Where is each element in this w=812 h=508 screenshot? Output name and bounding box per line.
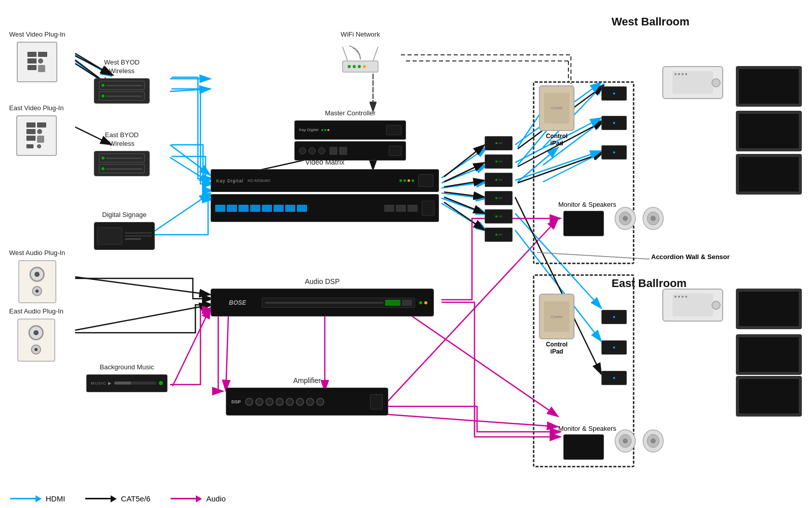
east-byod-wireless-device: East BYODWireless xyxy=(94,131,150,176)
east-control-ipad-device: Control ControliPad xyxy=(539,294,574,355)
master-controller-device: Master Controller Kay Digital xyxy=(294,109,406,161)
east-ipad-box: Control xyxy=(539,294,574,339)
amplifier-device: Amplifier DSP xyxy=(226,376,388,416)
tx-rx-row-5 xyxy=(485,209,513,224)
svg-point-65 xyxy=(623,216,628,221)
west-byod-box xyxy=(94,78,150,104)
svg-line-45 xyxy=(444,192,485,197)
svg-point-61 xyxy=(358,65,361,68)
wifi-router-icon xyxy=(335,42,386,77)
master-controller-box: Kay Digital xyxy=(294,120,406,161)
west-video-plugin-plate xyxy=(17,42,57,82)
west-speaker-2-icon xyxy=(642,206,665,231)
east-monitor-3 xyxy=(736,376,802,417)
audio-dsp-box: BOSE xyxy=(211,289,434,316)
svg-line-29 xyxy=(75,305,211,330)
svg-point-71 xyxy=(623,438,628,443)
svg-point-59 xyxy=(348,65,351,68)
svg-line-57 xyxy=(343,47,348,61)
west-monitor-3 xyxy=(736,154,802,195)
svg-line-5 xyxy=(170,145,211,175)
west-audio-unit xyxy=(563,211,604,236)
legend-hdmi: HDMI xyxy=(10,494,65,503)
east-video-plugin-device: East Video Plug-In xyxy=(9,104,63,156)
legend-cat5e: CAT5e/6 xyxy=(85,494,150,503)
svg-line-58 xyxy=(373,47,378,61)
east-audio-unit xyxy=(563,434,604,460)
svg-line-11 xyxy=(442,147,487,178)
svg-line-12 xyxy=(442,165,487,183)
west-audio-plate xyxy=(18,260,56,303)
svg-point-68 xyxy=(651,216,656,221)
tx-rx-column-west xyxy=(485,136,513,242)
legend: HDMI CAT5e/6 Audio xyxy=(10,494,226,503)
west-ipad-box: Control xyxy=(539,85,574,131)
west-monitor-1 xyxy=(736,66,802,107)
svg-point-60 xyxy=(353,65,356,68)
west-projector-box xyxy=(662,66,723,99)
audio-dsp-device: Audio DSP BOSE xyxy=(211,277,434,316)
west-speaker-1-icon xyxy=(614,206,637,231)
tx-rx-row-1 xyxy=(485,136,513,150)
west-audio-plugin-device: West Audio Plug-In xyxy=(9,249,65,303)
svg-line-15 xyxy=(442,198,487,214)
digital-signage-box xyxy=(94,222,155,250)
svg-line-16 xyxy=(442,203,487,231)
east-video-plugin-plate xyxy=(16,115,57,156)
svg-line-3 xyxy=(170,89,211,91)
east-projector-box xyxy=(662,289,723,322)
east-speakers xyxy=(614,428,665,454)
east-speaker-1-icon xyxy=(614,428,637,454)
west-byod-wireless-device: West BYODWireless xyxy=(94,58,150,104)
diagram-container: West Ballroom East Ballroom West Video P… xyxy=(0,0,812,508)
east-monitor-speakers-label: Monitor & Speakers xyxy=(558,425,616,432)
west-monitor-speakers-label: Monitor & Speakers xyxy=(558,201,616,208)
svg-line-6 xyxy=(170,157,211,183)
legend-audio: Audio xyxy=(171,494,225,503)
svg-line-42 xyxy=(444,145,485,177)
svg-point-62 xyxy=(363,65,366,68)
svg-line-27 xyxy=(173,307,211,386)
east-projector-device xyxy=(662,289,723,322)
video-matrix-device: Video Matrix Kay Digital KD-MS8x8G xyxy=(211,157,439,222)
amplifier-box: DSP xyxy=(226,388,388,416)
svg-line-13 xyxy=(442,182,487,188)
east-audio-plugin-device: East Audio Plug-In xyxy=(9,307,63,362)
west-video-plugin-device: West Video Plug-In xyxy=(9,30,65,82)
west-projector-device xyxy=(662,66,723,99)
video-matrix-box: Kay Digital KD-MS8x8G xyxy=(211,169,439,222)
east-monitor-2 xyxy=(736,334,802,375)
west-speakers xyxy=(614,206,665,231)
east-monitor-1 xyxy=(736,289,802,329)
svg-line-47 xyxy=(444,202,485,230)
tx-rx-row-3 xyxy=(485,173,513,187)
svg-point-74 xyxy=(651,438,656,443)
svg-line-43 xyxy=(444,163,485,182)
west-monitor-2 xyxy=(736,111,802,151)
west-ballroom-title: West Ballroom xyxy=(612,15,690,28)
east-audio-plate xyxy=(17,319,55,362)
east-speaker-2-icon xyxy=(642,428,665,454)
svg-line-14 xyxy=(442,193,487,199)
west-control-ipad-device: Control ControliPad xyxy=(539,85,574,147)
east-byod-box xyxy=(94,151,150,176)
tx-rx-row-4 xyxy=(485,191,513,205)
svg-line-28 xyxy=(75,277,211,295)
svg-line-44 xyxy=(444,180,485,187)
tx-rx-row-6 xyxy=(485,228,513,242)
digital-signage-device: Digital Signage xyxy=(94,211,155,250)
tx-rx-row-2 xyxy=(485,154,513,169)
east-tx-column xyxy=(601,310,627,385)
background-music-box: MUSIC ▶ xyxy=(86,374,167,392)
west-tx-column xyxy=(601,86,627,160)
svg-line-46 xyxy=(444,197,485,213)
svg-line-31 xyxy=(381,414,558,427)
background-music-device: Background Music MUSIC ▶ xyxy=(86,363,167,392)
accordion-wall-label: Accordion Wall & Sensor xyxy=(651,253,730,261)
wifi-network-device: WiFi Network xyxy=(335,30,386,77)
